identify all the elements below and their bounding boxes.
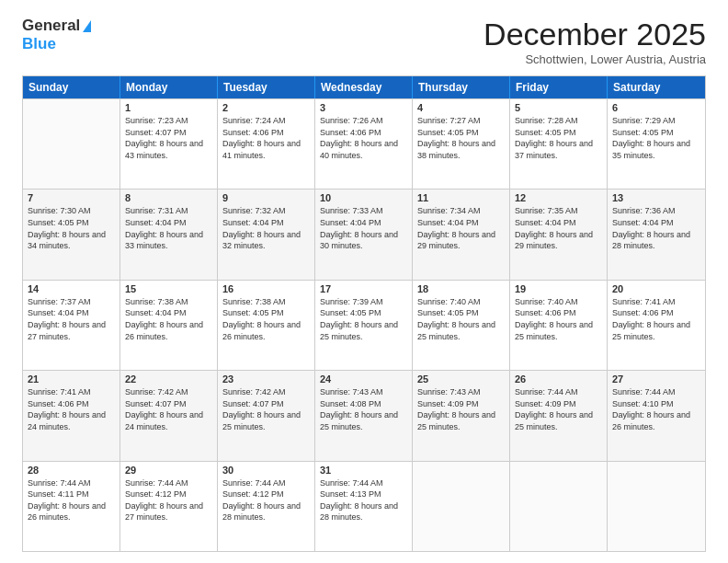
day-number: 30 bbox=[222, 465, 310, 476]
cell-info: Sunrise: 7:41 AMSunset: 4:06 PMDaylight:… bbox=[612, 296, 700, 342]
day-number: 31 bbox=[320, 465, 407, 476]
cell-info: Sunrise: 7:43 AMSunset: 4:09 PMDaylight:… bbox=[417, 386, 505, 432]
logo-triangle-icon bbox=[83, 20, 91, 32]
cell-info: Sunrise: 7:30 AMSunset: 4:05 PMDaylight:… bbox=[28, 205, 115, 251]
calendar-cell: 23Sunrise: 7:42 AMSunset: 4:07 PMDayligh… bbox=[218, 371, 315, 460]
calendar-cell: 18Sunrise: 7:40 AMSunset: 4:05 PMDayligh… bbox=[413, 281, 510, 370]
calendar: Sunday Monday Tuesday Wednesday Thursday… bbox=[22, 75, 706, 552]
cell-info: Sunrise: 7:27 AMSunset: 4:05 PMDaylight:… bbox=[417, 115, 505, 161]
header-sunday: Sunday bbox=[23, 76, 120, 98]
day-number: 1 bbox=[125, 102, 212, 113]
calendar-cell: 8Sunrise: 7:31 AMSunset: 4:04 PMDaylight… bbox=[120, 190, 218, 279]
day-number: 6 bbox=[612, 102, 700, 113]
cell-info: Sunrise: 7:41 AMSunset: 4:06 PMDaylight:… bbox=[28, 386, 115, 432]
cell-info: Sunrise: 7:43 AMSunset: 4:08 PMDaylight:… bbox=[320, 386, 407, 432]
cell-info: Sunrise: 7:28 AMSunset: 4:05 PMDaylight:… bbox=[515, 115, 602, 161]
day-number: 19 bbox=[515, 283, 602, 294]
calendar-week-5: 28Sunrise: 7:44 AMSunset: 4:11 PMDayligh… bbox=[23, 461, 705, 551]
day-number: 18 bbox=[417, 283, 505, 294]
day-number: 13 bbox=[612, 192, 700, 203]
cell-info: Sunrise: 7:34 AMSunset: 4:04 PMDaylight:… bbox=[417, 205, 505, 251]
cell-info: Sunrise: 7:32 AMSunset: 4:04 PMDaylight:… bbox=[222, 205, 310, 251]
calendar-header: Sunday Monday Tuesday Wednesday Thursday… bbox=[23, 76, 705, 98]
cell-info: Sunrise: 7:37 AMSunset: 4:04 PMDaylight:… bbox=[28, 296, 115, 342]
day-number: 11 bbox=[417, 192, 505, 203]
calendar-cell bbox=[510, 462, 608, 551]
calendar-cell: 30Sunrise: 7:44 AMSunset: 4:12 PMDayligh… bbox=[218, 462, 315, 551]
header-tuesday: Tuesday bbox=[218, 76, 315, 98]
calendar-cell: 15Sunrise: 7:38 AMSunset: 4:04 PMDayligh… bbox=[120, 281, 218, 370]
calendar-cell: 13Sunrise: 7:36 AMSunset: 4:04 PMDayligh… bbox=[608, 190, 705, 279]
page: General Blue December 2025 Schottwien, L… bbox=[0, 0, 728, 563]
calendar-cell: 11Sunrise: 7:34 AMSunset: 4:04 PMDayligh… bbox=[413, 190, 510, 279]
calendar-cell: 20Sunrise: 7:41 AMSunset: 4:06 PMDayligh… bbox=[608, 281, 705, 370]
day-number: 25 bbox=[417, 373, 505, 385]
cell-info: Sunrise: 7:44 AMSunset: 4:12 PMDaylight:… bbox=[222, 477, 310, 523]
day-number: 23 bbox=[222, 373, 310, 385]
cell-info: Sunrise: 7:23 AMSunset: 4:07 PMDaylight:… bbox=[125, 115, 212, 161]
header-monday: Monday bbox=[120, 76, 218, 98]
day-number: 26 bbox=[515, 373, 602, 385]
calendar-week-1: 1Sunrise: 7:23 AMSunset: 4:07 PMDaylight… bbox=[23, 98, 705, 189]
day-number: 22 bbox=[125, 373, 212, 385]
header: General Blue December 2025 Schottwien, L… bbox=[22, 17, 706, 66]
title-block: December 2025 Schottwien, Lower Austria,… bbox=[483, 17, 706, 66]
cell-info: Sunrise: 7:42 AMSunset: 4:07 PMDaylight:… bbox=[125, 386, 212, 432]
day-number: 14 bbox=[28, 283, 115, 294]
calendar-cell: 1Sunrise: 7:23 AMSunset: 4:07 PMDaylight… bbox=[120, 99, 218, 189]
cell-info: Sunrise: 7:44 AMSunset: 4:11 PMDaylight:… bbox=[28, 477, 115, 523]
calendar-cell bbox=[23, 99, 120, 189]
cell-info: Sunrise: 7:36 AMSunset: 4:04 PMDaylight:… bbox=[612, 205, 700, 251]
calendar-cell: 4Sunrise: 7:27 AMSunset: 4:05 PMDaylight… bbox=[413, 99, 510, 189]
calendar-cell: 22Sunrise: 7:42 AMSunset: 4:07 PMDayligh… bbox=[120, 371, 218, 460]
cell-info: Sunrise: 7:44 AMSunset: 4:13 PMDaylight:… bbox=[320, 477, 407, 523]
cell-info: Sunrise: 7:24 AMSunset: 4:06 PMDaylight:… bbox=[222, 115, 310, 161]
day-number: 29 bbox=[125, 465, 212, 476]
day-number: 21 bbox=[28, 373, 115, 385]
day-number: 8 bbox=[125, 192, 212, 203]
day-number: 24 bbox=[320, 373, 407, 385]
calendar-cell: 3Sunrise: 7:26 AMSunset: 4:06 PMDaylight… bbox=[315, 99, 413, 189]
day-number: 27 bbox=[612, 373, 700, 385]
calendar-cell: 29Sunrise: 7:44 AMSunset: 4:12 PMDayligh… bbox=[120, 462, 218, 551]
calendar-cell bbox=[413, 462, 510, 551]
calendar-cell: 28Sunrise: 7:44 AMSunset: 4:11 PMDayligh… bbox=[23, 462, 120, 551]
calendar-cell: 5Sunrise: 7:28 AMSunset: 4:05 PMDaylight… bbox=[510, 99, 608, 189]
cell-info: Sunrise: 7:40 AMSunset: 4:06 PMDaylight:… bbox=[515, 296, 602, 342]
cell-info: Sunrise: 7:26 AMSunset: 4:06 PMDaylight:… bbox=[320, 115, 407, 161]
cell-info: Sunrise: 7:42 AMSunset: 4:07 PMDaylight:… bbox=[222, 386, 310, 432]
day-number: 2 bbox=[222, 102, 310, 113]
calendar-cell: 25Sunrise: 7:43 AMSunset: 4:09 PMDayligh… bbox=[413, 371, 510, 460]
calendar-cell: 19Sunrise: 7:40 AMSunset: 4:06 PMDayligh… bbox=[510, 281, 608, 370]
calendar-cell: 16Sunrise: 7:38 AMSunset: 4:05 PMDayligh… bbox=[218, 281, 315, 370]
cell-info: Sunrise: 7:44 AMSunset: 4:09 PMDaylight:… bbox=[515, 386, 602, 432]
logo-blue: Blue bbox=[22, 35, 56, 52]
day-number: 28 bbox=[28, 465, 115, 476]
calendar-cell: 27Sunrise: 7:44 AMSunset: 4:10 PMDayligh… bbox=[608, 371, 705, 460]
logo-general: General bbox=[22, 17, 80, 35]
header-thursday: Thursday bbox=[413, 76, 510, 98]
calendar-cell: 26Sunrise: 7:44 AMSunset: 4:09 PMDayligh… bbox=[510, 371, 608, 460]
day-number: 12 bbox=[515, 192, 602, 203]
calendar-cell: 31Sunrise: 7:44 AMSunset: 4:13 PMDayligh… bbox=[315, 462, 413, 551]
cell-info: Sunrise: 7:33 AMSunset: 4:04 PMDaylight:… bbox=[320, 205, 407, 251]
header-saturday: Saturday bbox=[608, 76, 705, 98]
cell-info: Sunrise: 7:31 AMSunset: 4:04 PMDaylight:… bbox=[125, 205, 212, 251]
cell-info: Sunrise: 7:35 AMSunset: 4:04 PMDaylight:… bbox=[515, 205, 602, 251]
day-number: 17 bbox=[320, 283, 407, 294]
calendar-cell bbox=[608, 462, 705, 551]
day-number: 4 bbox=[417, 102, 505, 113]
calendar-week-2: 7Sunrise: 7:30 AMSunset: 4:05 PMDaylight… bbox=[23, 189, 705, 279]
cell-info: Sunrise: 7:44 AMSunset: 4:12 PMDaylight:… bbox=[125, 477, 212, 523]
logo: General Blue bbox=[22, 17, 91, 53]
cell-info: Sunrise: 7:40 AMSunset: 4:05 PMDaylight:… bbox=[417, 296, 505, 342]
cell-info: Sunrise: 7:44 AMSunset: 4:10 PMDaylight:… bbox=[612, 386, 700, 432]
header-friday: Friday bbox=[510, 76, 608, 98]
location-subtitle: Schottwien, Lower Austria, Austria bbox=[483, 52, 706, 66]
calendar-cell: 10Sunrise: 7:33 AMSunset: 4:04 PMDayligh… bbox=[315, 190, 413, 279]
calendar-cell: 17Sunrise: 7:39 AMSunset: 4:05 PMDayligh… bbox=[315, 281, 413, 370]
cell-info: Sunrise: 7:38 AMSunset: 4:04 PMDaylight:… bbox=[125, 296, 212, 342]
cell-info: Sunrise: 7:38 AMSunset: 4:05 PMDaylight:… bbox=[222, 296, 310, 342]
month-title: December 2025 bbox=[483, 17, 706, 52]
day-number: 20 bbox=[612, 283, 700, 294]
